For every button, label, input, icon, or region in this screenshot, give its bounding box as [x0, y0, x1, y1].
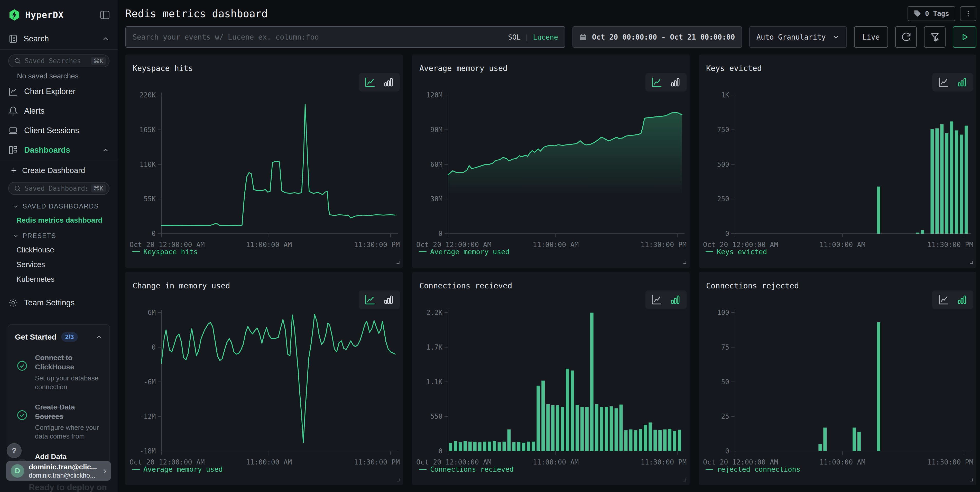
- svg-text:11:00:00 AM: 11:00:00 AM: [819, 240, 865, 248]
- resize-handle-icon[interactable]: [395, 259, 400, 266]
- filter-button[interactable]: [924, 26, 945, 48]
- svg-text:50: 50: [721, 378, 729, 386]
- svg-text:25: 25: [721, 412, 729, 420]
- magnifier-icon: [14, 57, 21, 65]
- saved-dashboards-group-header[interactable]: SAVED DASHBOARDS: [12, 202, 118, 210]
- refresh-button[interactable]: [895, 26, 917, 48]
- saved-searches-field[interactable]: [25, 57, 88, 65]
- avatar: D: [11, 464, 24, 478]
- shortcut-badge: ⌘K: [91, 57, 106, 65]
- sidebar-item-dashboards[interactable]: Dashboards: [0, 140, 118, 160]
- filter-edit-icon: [930, 32, 940, 42]
- svg-text:11:30:00 PM: 11:30:00 PM: [641, 458, 687, 466]
- chart-card: Keyspace hitsKeyspace hits220K165K110K55…: [126, 54, 403, 268]
- bar-chart-icon[interactable]: [383, 294, 394, 306]
- svg-text:55K: 55K: [144, 195, 156, 203]
- chart-type-toolbar: [359, 290, 400, 309]
- svg-text:550: 550: [430, 412, 442, 420]
- svg-text:165K: 165K: [140, 126, 156, 134]
- svg-text:-18M: -18M: [140, 447, 156, 455]
- sidebar: HyperDX Search ⌘K No saved searches Char…: [0, 0, 118, 492]
- chart-legend: Average memory used: [132, 465, 223, 473]
- svg-text:0: 0: [438, 230, 442, 237]
- get-started-card: Get Started 2/3 Connect to ClickHouse Se…: [8, 325, 110, 473]
- resize-handle-icon[interactable]: [395, 476, 400, 483]
- line-chart-icon[interactable]: [938, 294, 949, 306]
- bar-chart-icon[interactable]: [956, 76, 968, 88]
- bar-chart-icon[interactable]: [670, 294, 681, 306]
- lucene-toggle[interactable]: Lucene: [533, 33, 558, 41]
- refresh-icon: [901, 32, 911, 42]
- granularity-select[interactable]: Auto Granularity: [749, 26, 847, 48]
- svg-text:11:00:00 AM: 11:00:00 AM: [246, 240, 292, 248]
- event-search-input[interactable]: [133, 33, 504, 41]
- svg-text:1K: 1K: [721, 91, 729, 99]
- event-search-box[interactable]: SQL | Lucene: [126, 26, 565, 48]
- dashboard-menu-button[interactable]: [960, 6, 977, 21]
- gear-icon: [8, 298, 18, 308]
- plus-icon: [10, 167, 18, 174]
- chevron-up-icon[interactable]: [95, 333, 103, 341]
- chart-type-toolbar: [646, 73, 687, 91]
- preset-item-services[interactable]: Services: [16, 260, 118, 269]
- get-started-item-sources[interactable]: Create Data Sources Configure where your…: [15, 403, 103, 441]
- live-button[interactable]: Live: [854, 26, 888, 48]
- svg-text:6M: 6M: [148, 309, 156, 317]
- saved-dashboards-field[interactable]: [25, 185, 88, 192]
- check-circle-icon: [15, 353, 29, 391]
- svg-text:1.7K: 1.7K: [426, 344, 442, 351]
- resize-handle-icon[interactable]: [681, 476, 687, 483]
- svg-text:110K: 110K: [140, 161, 156, 168]
- svg-text:11:00:00 AM: 11:00:00 AM: [246, 458, 292, 466]
- dashboard-grid-icon: [8, 145, 18, 155]
- resize-handle-icon[interactable]: [968, 476, 974, 483]
- svg-text:0: 0: [151, 344, 156, 351]
- bar-chart-icon[interactable]: [383, 76, 394, 88]
- resize-handle-icon[interactable]: [968, 259, 974, 266]
- shortcut-badge: ⌘K: [91, 184, 106, 193]
- svg-text:0: 0: [725, 447, 729, 455]
- help-button[interactable]: ?: [7, 443, 22, 458]
- svg-text:-6M: -6M: [144, 378, 156, 386]
- run-query-button[interactable]: [953, 26, 977, 48]
- sidebar-item-alerts[interactable]: Alerts: [0, 101, 118, 121]
- saved-dashboards-input[interactable]: ⌘K: [8, 182, 110, 195]
- sidebar-item-client-sessions[interactable]: Client Sessions: [0, 121, 118, 140]
- chart-title: Keyspace hits: [133, 64, 193, 73]
- preset-item-clickhouse[interactable]: ClickHouse: [16, 246, 118, 254]
- bar-chart-icon[interactable]: [956, 294, 968, 306]
- date-range-picker[interactable]: Oct 20 00:00:00 - Oct 21 00:00:00: [573, 26, 742, 48]
- create-dashboard-button[interactable]: Create Dashboard: [0, 161, 118, 177]
- hyperdx-logo-icon: [8, 9, 21, 21]
- svg-text:11:30:00 PM: 11:30:00 PM: [641, 240, 687, 248]
- preset-item-kubernetes[interactable]: Kubernetes: [16, 275, 118, 283]
- chevron-up-icon: [102, 35, 110, 43]
- tags-button[interactable]: 0 Tags: [908, 6, 955, 21]
- chart-legend: Keyspace hits: [132, 248, 197, 256]
- line-chart-icon[interactable]: [364, 76, 375, 88]
- get-started-item-connect[interactable]: Connect to ClickHouse Set up your databa…: [15, 353, 103, 391]
- presets-group-header[interactable]: PRESETS: [12, 232, 118, 240]
- chart-title: Average memory used: [419, 64, 508, 73]
- user-profile-chip[interactable]: D dominic.tran@clic... dominic.tran@clic…: [6, 461, 111, 481]
- saved-searches-input[interactable]: ⌘K: [8, 54, 110, 67]
- svg-text:100: 100: [717, 309, 729, 317]
- bar-chart-icon[interactable]: [670, 76, 681, 88]
- chart-legend: rejected connections: [706, 465, 800, 473]
- collapse-sidebar-icon[interactable]: [100, 10, 110, 19]
- line-chart-icon[interactable]: [364, 294, 375, 306]
- get-started-progress-badge: 2/3: [61, 332, 78, 342]
- resize-handle-icon[interactable]: [681, 259, 687, 266]
- page-title: Redis metrics dashboard: [126, 8, 908, 19]
- svg-text:11:30:00 PM: 11:30:00 PM: [928, 458, 973, 466]
- line-chart-icon[interactable]: [938, 76, 949, 88]
- sidebar-item-chart-explorer[interactable]: Chart Explorer: [0, 82, 118, 101]
- svg-text:220K: 220K: [140, 91, 156, 99]
- sidebar-item-team-settings[interactable]: Team Settings: [0, 291, 118, 314]
- svg-text:Oct 20 12:00:00 AM: Oct 20 12:00:00 AM: [129, 458, 205, 466]
- line-chart-icon[interactable]: [651, 294, 662, 306]
- sql-toggle[interactable]: SQL: [508, 33, 520, 41]
- line-chart-icon[interactable]: [651, 76, 662, 88]
- saved-dashboard-item-redis[interactable]: Redis metrics dashboard: [16, 216, 118, 225]
- sidebar-section-search[interactable]: Search: [0, 28, 118, 49]
